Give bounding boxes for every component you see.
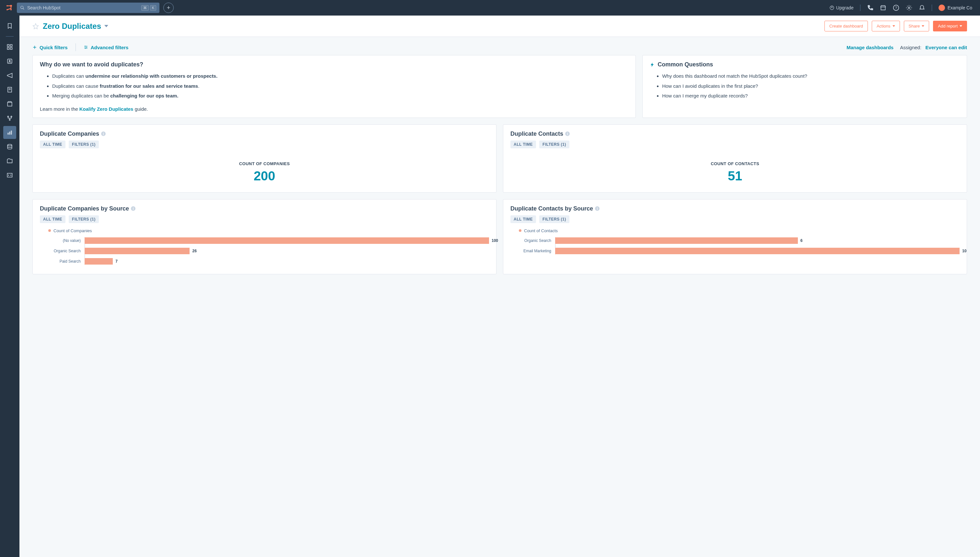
search-input[interactable] xyxy=(27,5,139,10)
bar-track: 7 xyxy=(85,258,489,265)
filter-tag-all-time[interactable]: ALL TIME xyxy=(40,215,65,223)
metric-value: 200 xyxy=(40,169,489,183)
bar-track: 26 xyxy=(85,248,489,254)
sidebar-dev[interactable] xyxy=(3,169,16,182)
search-icon xyxy=(20,5,24,10)
bar-fill xyxy=(555,248,960,254)
bar-row: Organic Search6 xyxy=(513,237,960,244)
filter-tag-all-time[interactable]: ALL TIME xyxy=(510,215,536,223)
svg-rect-24 xyxy=(9,132,10,135)
bar-category-label: Organic Search xyxy=(513,238,555,243)
list-item: How can I avoid duplicates in the first … xyxy=(662,83,960,90)
main-content: Zero Duplicates Create dashboard Actions… xyxy=(20,16,980,294)
svg-rect-25 xyxy=(11,130,11,135)
advanced-filters-button[interactable]: Advanced filters xyxy=(83,45,129,50)
duplicate-contacts-by-source-card: Duplicate Contacts by Source i ALL TIME … xyxy=(503,199,967,274)
sidebar-workspaces[interactable] xyxy=(3,41,16,54)
svg-point-9 xyxy=(908,7,910,9)
upgrade-link[interactable]: Upgrade xyxy=(830,5,854,10)
add-report-button[interactable]: Add report xyxy=(933,21,967,31)
global-search[interactable]: ⌘ K xyxy=(17,3,160,13)
filter-tag-filters[interactable]: FILTERS (1) xyxy=(539,215,569,223)
assigned-label: Assigned: xyxy=(900,45,921,50)
svg-rect-11 xyxy=(10,45,12,47)
sidebar-marketing[interactable] xyxy=(3,69,16,82)
hubspot-logo[interactable] xyxy=(5,4,13,11)
bar-fill xyxy=(85,237,489,244)
bar-row: Paid Search7 xyxy=(42,258,489,265)
sidebar-data[interactable] xyxy=(3,140,16,153)
settings-icon[interactable] xyxy=(906,5,912,11)
svg-point-31 xyxy=(85,46,85,46)
info-icon[interactable]: i xyxy=(101,132,106,136)
dashboard-title: Zero Duplicates xyxy=(43,22,101,31)
bar-row: Email Marketing10 xyxy=(513,248,960,254)
why-bullets: Duplicates can undermine our relationshi… xyxy=(40,73,628,100)
list-item: Duplicates can cause frustration for our… xyxy=(52,83,628,90)
favorite-star-icon[interactable] xyxy=(33,23,39,29)
card-title: Duplicate Companies xyxy=(40,130,99,137)
info-icon[interactable]: i xyxy=(565,132,570,136)
sidebar-crm[interactable] xyxy=(3,55,16,68)
bar-value-label: 26 xyxy=(192,248,196,254)
create-dashboard-button[interactable]: Create dashboard xyxy=(825,21,868,31)
card-title: Duplicate Contacts xyxy=(510,130,563,137)
filter-tag-filters[interactable]: FILTERS (1) xyxy=(69,215,99,223)
bolt-icon xyxy=(650,62,655,67)
upgrade-icon xyxy=(830,5,834,10)
svg-point-33 xyxy=(85,48,85,49)
assigned-link[interactable]: Everyone can edit xyxy=(926,45,967,50)
list-item: Merging duplicates can be challenging fo… xyxy=(52,92,628,100)
sidebar-reporting[interactable] xyxy=(3,126,16,139)
filter-tag-filters[interactable]: FILTERS (1) xyxy=(539,140,569,148)
metric-label: COUNT OF CONTACTS xyxy=(510,161,960,166)
card-title: Common Questions xyxy=(650,61,960,68)
share-button[interactable]: Share xyxy=(904,21,929,31)
koalify-guide-link[interactable]: Koalify Zero Duplicates xyxy=(79,106,134,112)
dashboard-header: Zero Duplicates Create dashboard Actions… xyxy=(20,16,980,37)
account-menu[interactable]: Example Co xyxy=(939,5,975,11)
bar-chart: Organic Search6Email Marketing10 xyxy=(510,237,960,254)
learn-more-text: Learn more in the Koalify Zero Duplicate… xyxy=(40,106,628,112)
global-create-button[interactable]: + xyxy=(163,3,174,13)
sidebar-automation[interactable] xyxy=(3,112,16,125)
info-icon[interactable]: i xyxy=(595,206,599,211)
top-navbar: ⌘ K + Upgrade ? Example Co xyxy=(0,0,980,16)
marketplace-icon[interactable] xyxy=(880,5,886,11)
manage-dashboards-link[interactable]: Manage dashboards xyxy=(846,45,893,50)
sidebar-bookmarks[interactable] xyxy=(3,20,16,33)
phone-icon[interactable] xyxy=(867,5,873,11)
bar-row: (No value)100 xyxy=(42,237,489,244)
svg-point-20 xyxy=(7,116,8,117)
card-title: Duplicate Companies by Source xyxy=(40,205,129,212)
quick-filters-button[interactable]: Quick filters xyxy=(33,45,68,50)
help-icon[interactable]: ? xyxy=(893,5,899,11)
sliders-icon xyxy=(83,45,88,50)
filter-tag-all-time[interactable]: ALL TIME xyxy=(510,140,536,148)
sidebar-library[interactable] xyxy=(3,155,16,168)
svg-line-5 xyxy=(23,8,24,10)
bar-category-label: Email Marketing xyxy=(513,249,555,253)
svg-rect-10 xyxy=(7,45,10,47)
search-shortcut: ⌘ K xyxy=(141,5,156,11)
info-icon[interactable]: i xyxy=(131,206,136,211)
sidebar-commerce[interactable] xyxy=(3,98,16,111)
actions-button[interactable]: Actions xyxy=(872,21,900,31)
bar-track: 6 xyxy=(555,237,960,244)
card-title: Why do we want to avoid duplicates? xyxy=(40,61,628,68)
svg-point-3 xyxy=(7,5,8,7)
bar-row: Organic Search26 xyxy=(42,248,489,254)
bar-track: 100 xyxy=(85,237,489,244)
svg-point-15 xyxy=(9,60,10,61)
filter-tag-all-time[interactable]: ALL TIME xyxy=(40,140,65,148)
bar-category-label: Organic Search xyxy=(42,249,85,253)
dashboard-title-dropdown[interactable]: Zero Duplicates xyxy=(43,22,108,31)
questions-list: Why does this dashboard not match the Hu… xyxy=(650,73,960,100)
chart-legend: Count of Companies xyxy=(40,226,489,237)
bar-value-label: 7 xyxy=(115,258,118,265)
bar-track: 10 xyxy=(555,248,960,254)
notifications-icon[interactable] xyxy=(919,5,925,11)
sidebar-content[interactable] xyxy=(3,83,16,96)
filter-tag-filters[interactable]: FILTERS (1) xyxy=(69,140,99,148)
chevron-down-icon xyxy=(105,25,108,27)
